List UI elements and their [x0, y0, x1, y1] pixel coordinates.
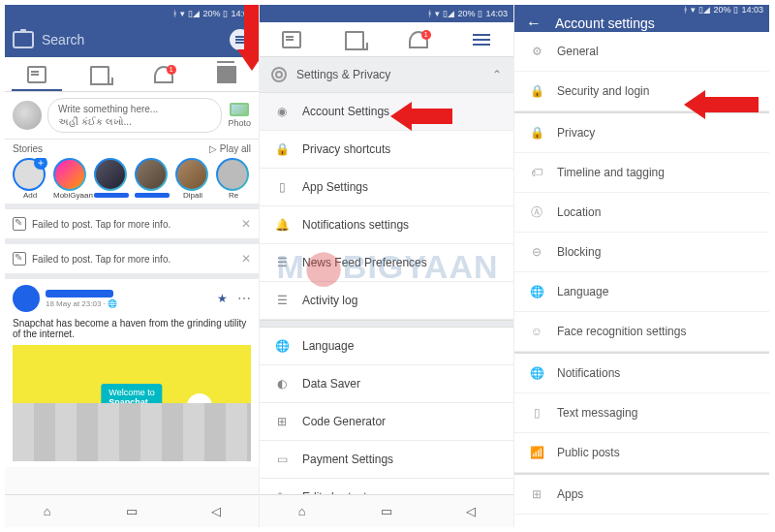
settings-ads[interactable]: ▭Ads — [514, 515, 769, 527]
nav-home[interactable]: ▭ — [89, 495, 173, 527]
phone-icon: ▯ — [528, 404, 545, 422]
badge: 1 — [167, 65, 176, 75]
grid-icon: ⊞ — [528, 485, 545, 503]
story-item[interactable]: Re — [216, 158, 251, 200]
nav-recent[interactable]: ⌂ — [5, 495, 89, 527]
search-input[interactable]: Search — [42, 32, 222, 47]
tab-newsfeed[interactable] — [5, 57, 69, 91]
tab-menu[interactable] — [450, 22, 514, 56]
story-add[interactable]: ＋Add — [13, 158, 47, 200]
settings-blocking[interactable]: ⊖Blocking — [514, 233, 769, 272]
star-icon[interactable]: ★ — [217, 292, 228, 305]
tag-icon: 🏷 — [528, 164, 545, 181]
play-all-link[interactable]: ▷ Play all — [209, 143, 251, 154]
menu-app-settings[interactable]: ▯App Settings — [260, 169, 513, 206]
post-avatar[interactable] — [13, 285, 40, 312]
settings-location[interactable]: ⒶLocation — [514, 193, 769, 233]
story-item[interactable] — [94, 158, 129, 200]
failed-post-row[interactable]: Failed to post. Tap for more info. ✕ — [5, 244, 259, 279]
avatar[interactable] — [13, 101, 42, 130]
tab-marketplace[interactable] — [324, 22, 388, 56]
wifi-icon: ▾ — [180, 9, 185, 18]
phone-icon: ▯ — [273, 178, 291, 196]
back-arrow-icon[interactable]: ← — [526, 15, 542, 32]
menu-payment-settings[interactable]: ▭Payment Settings — [260, 441, 513, 479]
settings-face-recognition[interactable]: ☺Face recognition settings — [514, 312, 769, 352]
screenshot-feed: ᚼ ▾ ▯◢ 20% ▯ 14:03 Search 1 Write someth… — [5, 5, 260, 527]
story-item[interactable] — [135, 158, 170, 200]
settings-privacy[interactable]: 🔒Privacy — [514, 113, 769, 153]
battery-percent: 20% — [202, 9, 220, 18]
settings-language[interactable]: 🌐Language — [514, 272, 769, 312]
settings-notifications[interactable]: 🌐Notifications — [514, 354, 769, 393]
post-image[interactable]: Welcome toSnapchat — [13, 345, 251, 461]
menu-newsfeed-prefs[interactable]: ☰News Feed Preferences — [260, 244, 513, 282]
gear-icon — [271, 67, 287, 82]
key-icon: ⊞ — [273, 413, 291, 430]
bluetooth-icon: ᚼ — [172, 9, 177, 18]
settings-public-posts[interactable]: 📶Public posts — [514, 433, 769, 473]
nav-home[interactable]: ▭ — [344, 495, 428, 527]
status-bar: ᚼ▾▯◢ 20%▯ 14:03 — [514, 5, 769, 15]
signal-icon: ▯◢ — [188, 9, 200, 18]
feed-post: 18 May at 23:03 · 🌐 ★ ⋯ Snapchat has bec… — [5, 279, 259, 467]
close-icon[interactable]: ✕ — [241, 217, 251, 231]
story-item[interactable]: Dipali — [175, 158, 210, 200]
compose-input[interactable]: Write something here... અહીં કંઈક લખો... — [47, 98, 222, 133]
story-item[interactable]: MobiGyaan — [53, 158, 88, 200]
nav-recent[interactable]: ⌂ — [260, 495, 344, 527]
menu-privacy-shortcuts[interactable]: 🔒Privacy shortcuts — [260, 131, 513, 169]
screenshot-account-settings: ᚼ▾▯◢ 20%▯ 14:03 ← Account settings ⚙Gene… — [514, 5, 769, 527]
more-icon[interactable]: ⋯ — [237, 291, 251, 306]
screenshot-menu: ᚼ▾▯◢ 20%▯ 14:03 1 Settings & Privacy ⌃ ◉… — [260, 5, 514, 527]
menu-activity-log[interactable]: ☰Activity log — [260, 282, 513, 320]
battery-icon: ▯ — [223, 9, 228, 18]
composer[interactable]: Write something here... અહીં કંઈક લખો...… — [5, 92, 259, 140]
ads-icon: ▭ — [528, 525, 545, 527]
photo-button[interactable]: Photo — [228, 103, 251, 128]
close-icon[interactable]: ✕ — [241, 252, 251, 266]
stories-section: Stories ▷ Play all ＋Add MobiGyaan Dipali… — [5, 140, 259, 209]
settings-text-messaging[interactable]: ▯Text messaging — [514, 393, 769, 433]
lock-icon: 🔒 — [528, 82, 545, 100]
settings-privacy-section[interactable]: Settings & Privacy ⌃ — [260, 57, 513, 93]
menu-language[interactable]: 🌐Language — [260, 328, 513, 365]
settings-apps[interactable]: ⊞Apps — [514, 475, 769, 515]
tab-notifications[interactable]: 1 — [387, 22, 450, 56]
menu-account-settings[interactable]: ◉Account Settings — [260, 93, 513, 131]
edit-icon — [13, 217, 26, 231]
menu-code-generator[interactable]: ⊞Code Generator — [260, 403, 513, 441]
menu-data-saver[interactable]: ◐Data Saver — [260, 365, 513, 403]
hamburger-icon — [473, 39, 490, 41]
nav-back[interactable]: ◁ — [174, 495, 259, 527]
compose-placeholder-alt: અહીં કંઈક લખો... — [58, 115, 211, 128]
lock-icon: 🔒 — [273, 141, 291, 158]
menu-notif-settings[interactable]: 🔔Notifications settings — [260, 206, 513, 244]
nav-back[interactable]: ◁ — [429, 495, 513, 527]
gear-icon: ⚙ — [528, 43, 545, 60]
top-tab-bar: 1 — [5, 57, 259, 92]
lock-icon: 🔒 — [528, 124, 545, 141]
hamburger-icon — [217, 66, 236, 83]
settings-timeline-tagging[interactable]: 🏷Timeline and tagging — [514, 153, 769, 193]
sliders-icon: ☰ — [273, 254, 291, 271]
top-tab-bar: 1 — [260, 22, 513, 57]
settings-general[interactable]: ⚙General — [514, 32, 769, 72]
tab-notifications[interactable]: 1 — [132, 57, 196, 91]
globe-icon: 🌐 — [528, 364, 545, 382]
post-author[interactable] — [46, 290, 113, 297]
status-bar: ᚼ▾▯◢ 20%▯ 14:03 — [260, 5, 513, 22]
post-meta: 18 May at 23:03 · 🌐 — [46, 299, 117, 308]
settings-header: ← Account settings — [514, 15, 769, 32]
tab-newsfeed[interactable] — [260, 22, 324, 56]
tab-marketplace[interactable] — [69, 57, 133, 91]
gauge-icon: ◐ — [273, 375, 291, 392]
settings-menu-list: ◉Account Settings 🔒Privacy shortcuts ▯Ap… — [260, 93, 513, 494]
photo-icon — [230, 103, 249, 116]
camera-icon[interactable] — [13, 31, 34, 48]
face-icon: ☺ — [528, 323, 545, 340]
person-icon: ◉ — [273, 103, 291, 120]
failed-post-row[interactable]: Failed to post. Tap for more info. ✕ — [5, 209, 259, 244]
globe-icon: 🌐 — [528, 283, 545, 300]
menu-edit-shortcuts[interactable]: ✎Edit shortcuts — [260, 479, 513, 494]
